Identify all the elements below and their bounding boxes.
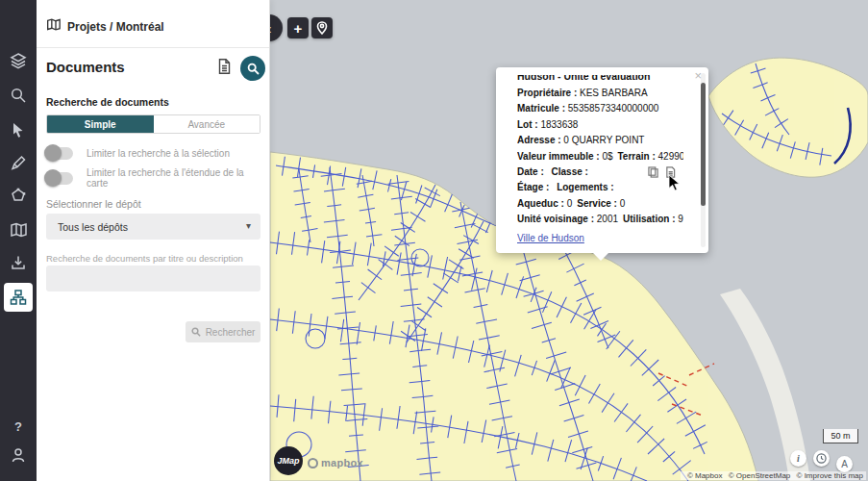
history-button[interactable] (813, 450, 830, 467)
toggle-knob (44, 169, 62, 187)
field-label: Date : (517, 166, 547, 177)
field-value: KES BARBARA (580, 88, 648, 98)
feature-info-popup: × Hudson - Unité d'évaluation Propriétai… (496, 67, 708, 253)
field-label: Terrain : (618, 151, 658, 162)
rechercher-label: Rechercher (206, 327, 256, 338)
edit-polygon-icon (10, 187, 27, 204)
document-list-button[interactable] (215, 58, 236, 79)
select-tool-button[interactable] (10, 121, 27, 139)
depot-label: Sélectionner le dépôt (46, 198, 141, 210)
measure-tool-button[interactable] (10, 154, 27, 171)
documents-tree-icon (10, 289, 27, 306)
field-label: Lot : (517, 119, 540, 130)
depot-select[interactable]: Tous les dépôts ▾ (46, 214, 260, 240)
field-label: Service : (577, 198, 619, 209)
field-value: 0 (620, 198, 626, 209)
document-search-button[interactable] (240, 56, 265, 81)
close-icon[interactable]: × (694, 68, 702, 83)
field-value: 1833638 (540, 119, 578, 130)
project-map-icon (46, 17, 61, 32)
language-button[interactable]: A (836, 456, 853, 472)
language-icon: A (841, 459, 848, 469)
field-value: 9100 (678, 214, 683, 224)
field-label: Matricule : (517, 103, 568, 114)
limit-selection-label: Limiter la recherche à la sélection (87, 148, 230, 159)
limit-extent-row: Limiter la recherche à l'étendue de la c… (46, 169, 260, 187)
documents-panel-button[interactable] (4, 283, 33, 312)
limit-extent-label: Limiter la recherche à l'étendue de la c… (87, 167, 260, 189)
map-attribution: © Mapbox © OpenStreetMap © Improve this … (681, 471, 866, 480)
help-icon: ? (14, 419, 22, 434)
map-icon (10, 221, 27, 239)
documents-panel: Projets / Montréal Documents Recherche d… (37, 0, 270, 481)
document-icon (215, 58, 233, 75)
popup-row: Aqueduc : 0Service : 0 (517, 196, 683, 212)
basemap-button[interactable] (10, 221, 27, 239)
limit-selection-toggle[interactable] (46, 147, 73, 160)
jmap-logo: JMap (274, 446, 303, 475)
limit-extent-toggle[interactable] (46, 172, 73, 185)
locate-button[interactable] (311, 17, 333, 38)
measure-icon (10, 154, 27, 171)
search-section-label: Recherche de documents (46, 96, 169, 108)
panel-title: Documents (46, 59, 125, 75)
location-pin-icon (316, 21, 328, 35)
layers-icon (10, 52, 27, 69)
field-label: Propriétaire : (517, 88, 580, 98)
popup-pointer (592, 252, 609, 261)
field-value: 2001 (597, 214, 618, 224)
icon-rail: ? (0, 0, 37, 481)
ville-de-hudson-link[interactable]: Ville de Hudson (517, 233, 584, 243)
field-label: Logements : (557, 182, 613, 192)
info-icon: i (797, 453, 800, 464)
search-mode-tabs: Simple Avancée (46, 114, 260, 134)
help-button[interactable]: ? (10, 418, 27, 435)
field-value: 0 QUARRY POINT (563, 135, 644, 145)
depot-select-value: Tous les dépôts (58, 221, 128, 233)
rail-search-button[interactable] (10, 87, 27, 104)
app-window: ‹ + 50 m i A © Mapbox © OpenStreetMap © … (0, 0, 868, 481)
title-search-label: Recherche de documents par titre ou desc… (46, 253, 260, 264)
mapbox-logo[interactable]: mapbox (308, 457, 363, 468)
attribution-improve[interactable]: © Improve this map (797, 471, 863, 480)
search-icon (247, 63, 260, 75)
toggle-knob (44, 144, 62, 162)
mapbox-icon (308, 458, 318, 468)
mapbox-wordmark: mapbox (321, 457, 363, 468)
limit-selection-row: Limiter la recherche à la sélection (46, 144, 260, 162)
popup-row: Lot : 1833638 (517, 117, 683, 133)
field-label: Aqueduc : (517, 198, 567, 209)
field-value: 0$ (602, 151, 612, 162)
copy-icon[interactable] (648, 166, 658, 178)
info-button[interactable]: i (790, 450, 806, 467)
tab-simple[interactable]: Simple (47, 115, 154, 133)
user-button[interactable] (10, 446, 27, 464)
popup-row: Étage : Logements : (517, 180, 683, 195)
rechercher-button[interactable]: Rechercher (186, 321, 260, 342)
popup-row: Date : Classe : (517, 165, 683, 180)
popup-content: Hudson - Unité d'évaluation Propriétaire… (517, 75, 683, 247)
search-icon (10, 87, 27, 104)
popup-scrollbar[interactable] (701, 73, 706, 247)
export-button[interactable] (10, 254, 27, 271)
popup-row: Unité voisinage : 2001Utilisation : 9100 (517, 212, 683, 227)
breadcrumb: Projets / Montréal (67, 20, 164, 34)
zoom-in-button[interactable]: + (287, 17, 309, 38)
attribution-osm[interactable]: © OpenStreetMap (729, 471, 791, 480)
popup-row: Valeur immeuble : 0$Terrain : 429900$ (517, 149, 683, 165)
tab-advanced[interactable]: Avancée (154, 115, 260, 133)
title-search-input[interactable] (46, 266, 260, 291)
attribution-mapbox[interactable]: © Mapbox (687, 471, 723, 480)
popup-scrollbar-thumb[interactable] (701, 83, 706, 206)
popup-rows: Propriétaire : KES BARBARAMatricule : 55… (517, 86, 683, 228)
map-scale: 50 m (823, 429, 858, 443)
field-label: Utilisation : (623, 214, 678, 224)
clock-icon (816, 453, 827, 464)
mouse-cursor (668, 175, 682, 191)
edit-geometry-button[interactable] (10, 187, 27, 204)
pointer-icon (10, 121, 27, 139)
field-value: 55358573340000000 (568, 103, 659, 114)
field-value: 429900$ (658, 151, 683, 162)
layers-button[interactable] (10, 52, 27, 69)
popup-row: Adresse : 0 QUARRY POINT (517, 133, 683, 148)
